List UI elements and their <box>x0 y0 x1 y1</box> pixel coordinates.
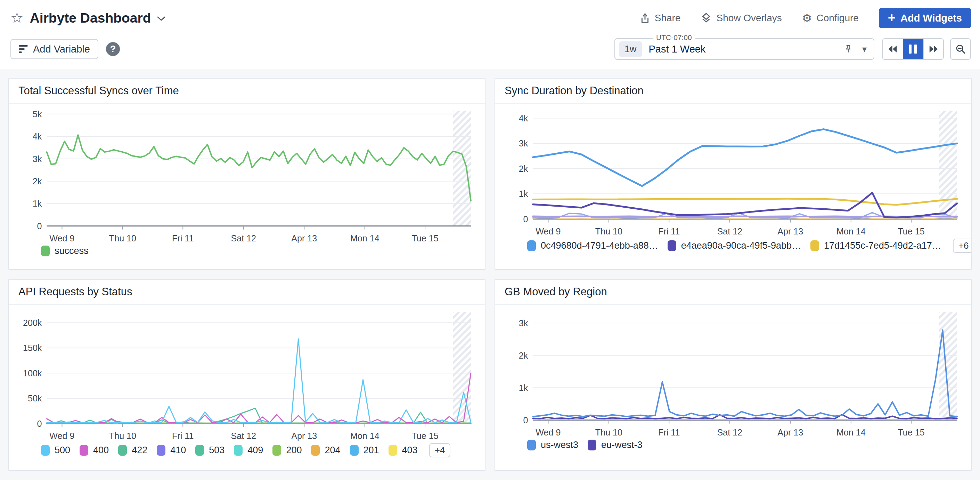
legend-label: 409 <box>247 445 263 456</box>
line-chart: 01k2k3k4kWed 9Thu 10Fri 11Sat 12Apr 13Mo… <box>501 111 962 238</box>
add-variable-button[interactable]: Add Variable <box>10 39 99 59</box>
widget-title: Total Successful Syncs over Time <box>9 79 485 104</box>
legend-item[interactable]: 409 <box>234 445 263 456</box>
zoom-out-button[interactable] <box>950 38 971 60</box>
svg-text:Tue 15: Tue 15 <box>898 226 924 236</box>
legend-item[interactable]: 200 <box>272 445 302 456</box>
chart-canvas-duration[interactable]: 01k2k3k4kWed 9Thu 10Fri 11Sat 12Apr 13Mo… <box>495 104 971 238</box>
help-icon[interactable]: ? <box>106 42 120 56</box>
legend-swatch <box>588 440 597 450</box>
show-overlays-button[interactable]: Show Overlays <box>701 12 781 24</box>
legend-swatch <box>80 445 88 456</box>
svg-text:Mon 14: Mon 14 <box>837 226 865 236</box>
add-variable-label: Add Variable <box>33 43 90 55</box>
svg-text:Wed 9: Wed 9 <box>536 427 560 437</box>
gear-icon: ⚙ <box>802 13 812 24</box>
legend-item[interactable]: 0c49680d-4791-4ebb-a88… <box>527 240 658 251</box>
title-row: ☆ Airbyte Dashboard Share Show Overlays … <box>10 7 971 29</box>
time-range-selector[interactable]: UTC-07:00 1w Past 1 Week ▾ <box>614 38 874 60</box>
legend-item[interactable]: 503 <box>195 445 224 456</box>
svg-text:Fri 11: Fri 11 <box>172 431 194 441</box>
svg-text:5k: 5k <box>33 111 42 119</box>
svg-text:Fri 11: Fri 11 <box>658 226 680 236</box>
page-title: Airbyte Dashboard <box>30 10 151 26</box>
pause-button[interactable] <box>903 39 923 59</box>
title-chevron-down-icon[interactable] <box>157 16 166 23</box>
svg-text:Thu 10: Thu 10 <box>109 431 136 441</box>
widget-title: Sync Duration by Destination <box>495 79 971 104</box>
svg-text:1k: 1k <box>519 189 528 199</box>
top-bar: ☆ Airbyte Dashboard Share Show Overlays … <box>0 0 980 69</box>
svg-text:Apr 13: Apr 13 <box>291 233 317 243</box>
svg-text:2k: 2k <box>33 176 42 186</box>
svg-text:Sat 12: Sat 12 <box>231 233 256 243</box>
legend-item[interactable]: 17d1455c-7ed5-49d2-a17… <box>810 240 942 251</box>
timezone-label: UTC-07:00 <box>653 33 695 42</box>
legend-item[interactable]: e4aea90a-90ca-49f5-9abb… <box>668 240 801 251</box>
svg-text:Tue 15: Tue 15 <box>898 427 924 437</box>
configure-button[interactable]: ⚙ Configure <box>802 13 859 24</box>
legend-item[interactable]: 201 <box>350 445 379 456</box>
legend-label: 503 <box>209 445 224 456</box>
legend-swatch <box>527 240 536 251</box>
pause-icon <box>909 45 917 54</box>
legend-item[interactable]: 410 <box>157 445 186 456</box>
add-widgets-button[interactable]: + Add Widgets <box>879 8 971 28</box>
svg-text:2k: 2k <box>519 351 528 360</box>
chart-legend: 500400422410503409200204201403+4 <box>9 442 485 463</box>
favorite-star-icon[interactable]: ☆ <box>10 11 24 26</box>
time-dropdown-caret-icon[interactable]: ▾ <box>862 44 867 54</box>
svg-text:Wed 9: Wed 9 <box>49 431 74 441</box>
svg-text:2k: 2k <box>519 164 528 174</box>
legend-label: e4aea90a-90ca-49f5-9abb… <box>681 240 801 251</box>
svg-text:0: 0 <box>37 221 42 231</box>
plus-icon: + <box>888 11 896 24</box>
legend-swatch <box>810 240 819 251</box>
legend-item[interactable]: us-west3 <box>527 440 578 450</box>
svg-text:Tue 15: Tue 15 <box>412 431 438 441</box>
legend-item[interactable]: success <box>41 246 89 256</box>
add-widgets-label: Add Widgets <box>900 13 962 24</box>
legend-label: 500 <box>54 445 70 456</box>
svg-text:Mon 14: Mon 14 <box>837 427 865 437</box>
legend-overflow-badge[interactable]: +4 <box>429 443 451 458</box>
chart-canvas-syncs[interactable]: 01k2k3k4k5kWed 9Thu 10Fri 11Sat 12Apr 13… <box>9 104 485 245</box>
legend-label: success <box>54 246 89 256</box>
chart-canvas-requests[interactable]: 050k100k150k200kWed 9Thu 10Fri 11Sat 12A… <box>9 305 485 442</box>
widget-gb-moved: GB Moved by Region 01k2k3kWed 9Thu 10Fri… <box>495 279 972 471</box>
widget-title: API Requests by Status <box>9 280 485 305</box>
legend-label: 422 <box>132 445 147 456</box>
legend-item[interactable]: 403 <box>388 445 418 456</box>
svg-text:Thu 10: Thu 10 <box>595 427 622 437</box>
svg-text:100k: 100k <box>23 368 42 378</box>
time-range-label: Past 1 Week <box>649 43 706 55</box>
share-icon <box>640 13 650 24</box>
legend-item[interactable]: 422 <box>118 445 147 456</box>
filter-icon <box>19 45 28 53</box>
line-chart: 01k2k3kWed 9Thu 10Fri 11Sat 12Apr 13Mon … <box>501 312 962 439</box>
legend-swatch <box>41 445 50 456</box>
legend-label: 204 <box>325 445 340 456</box>
legend-item[interactable]: eu-west-3 <box>588 440 643 450</box>
legend-item[interactable]: 204 <box>311 445 340 456</box>
legend-label: 201 <box>363 445 379 456</box>
rewind-button[interactable] <box>883 39 903 59</box>
legend-item[interactable]: 400 <box>80 445 109 456</box>
widget-sync-duration: Sync Duration by Destination 01k2k3k4kWe… <box>495 78 972 270</box>
svg-text:Thu 10: Thu 10 <box>109 233 136 243</box>
configure-label: Configure <box>816 13 858 24</box>
legend-swatch <box>195 445 204 456</box>
svg-text:Apr 13: Apr 13 <box>777 427 803 437</box>
legend-overflow-badge[interactable]: +6 <box>953 239 972 253</box>
legend-item[interactable]: 500 <box>41 445 70 456</box>
share-button[interactable]: Share <box>640 13 681 24</box>
fast-forward-button[interactable] <box>923 39 943 59</box>
fast-forward-icon <box>928 45 939 54</box>
time-range-chip[interactable]: 1w <box>619 41 642 57</box>
svg-text:Sat 12: Sat 12 <box>231 431 256 441</box>
chart-canvas-gb-moved[interactable]: 01k2k3kWed 9Thu 10Fri 11Sat 12Apr 13Mon … <box>495 305 971 439</box>
rewind-icon <box>888 45 898 54</box>
legend-swatch <box>118 445 127 456</box>
pin-icon[interactable] <box>843 44 853 54</box>
legend-swatch <box>388 445 397 456</box>
